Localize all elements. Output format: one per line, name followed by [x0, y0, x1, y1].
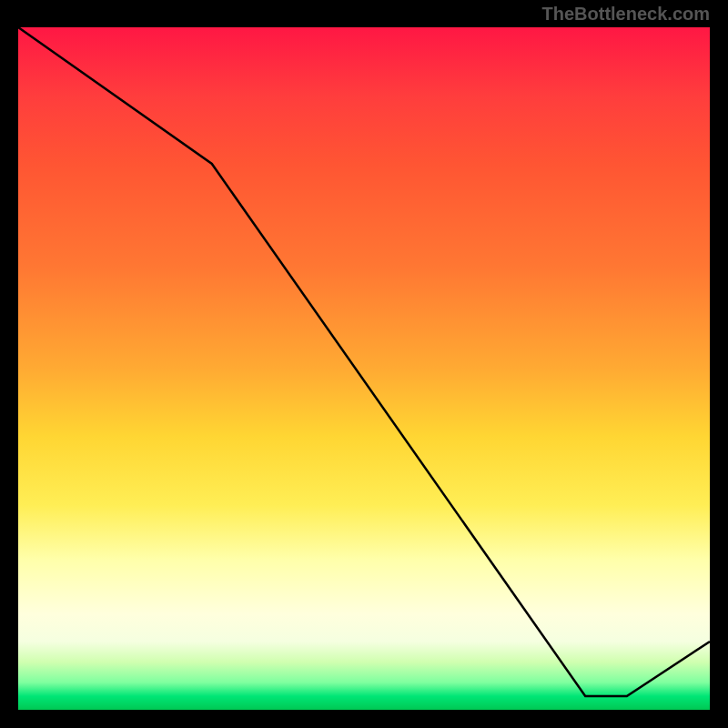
chart-plot-area [18, 27, 710, 710]
watermark-text: TheBottleneck.com [542, 4, 710, 25]
chart-line-layer [18, 27, 710, 710]
bottleneck-curve [18, 27, 710, 696]
